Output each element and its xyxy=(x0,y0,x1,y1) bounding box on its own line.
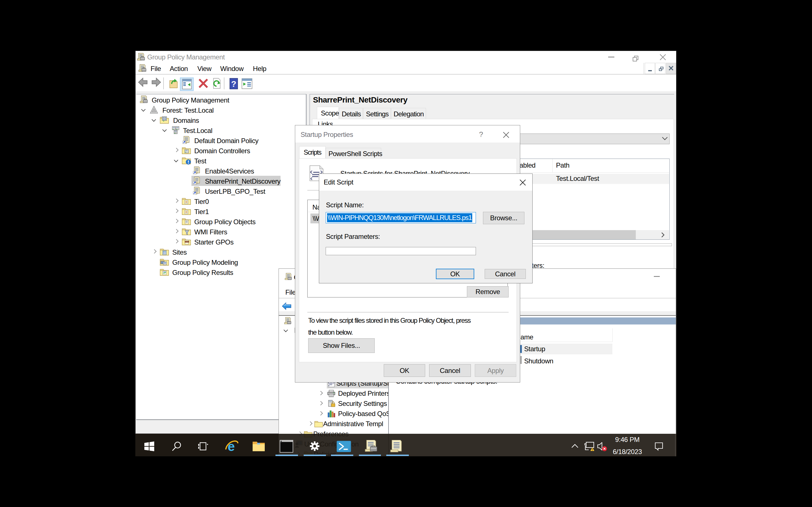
svg-text:?: ? xyxy=(231,79,236,89)
